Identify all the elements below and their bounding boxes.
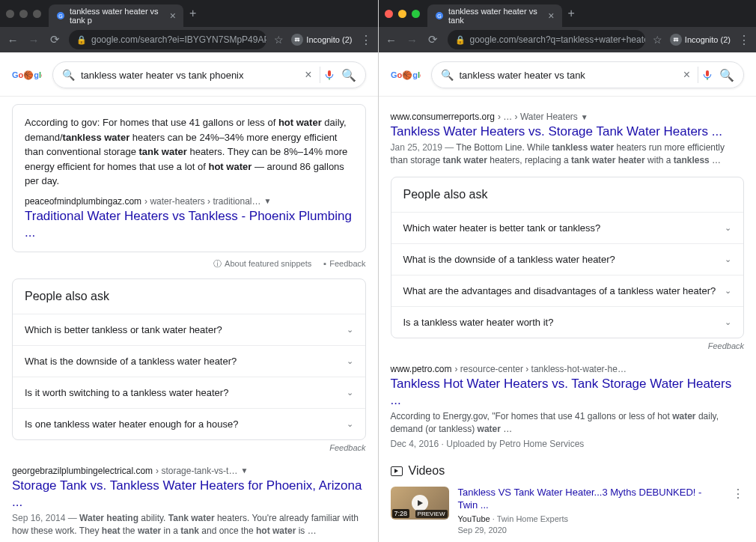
incognito-label: Incognito (2) (306, 35, 352, 44)
url-field[interactable]: 🔒 google.com/search?ei=IBYGYN7SMpP49APlg… (69, 30, 266, 49)
maximize-window-icon[interactable] (33, 10, 41, 18)
browser-menu-icon[interactable]: ⋮ (738, 33, 750, 47)
close-tab-icon[interactable]: × (548, 10, 554, 22)
result-cite: peaceofmindplumbingaz.com › water-heater… (25, 196, 353, 207)
paa-text: Is one tankless water heater enough for … (25, 418, 238, 430)
cite-chevron-icon[interactable]: ▼ (240, 466, 248, 475)
video-title[interactable]: Tankless VS Tank Water Heater...3 Myths … (458, 487, 724, 512)
cite-chevron-icon[interactable]: ▼ (263, 197, 271, 205)
chevron-down-icon: ⌄ (347, 419, 353, 429)
video-thumbnail[interactable]: 7:28PREVIEW (391, 487, 449, 520)
cite-chevron-icon[interactable]: ▼ (581, 113, 588, 121)
search-button[interactable]: 🔍 (719, 68, 734, 82)
result-cite: georgebrazilplumbingelectrical.com › sto… (12, 466, 366, 476)
lock-icon: 🔒 (455, 35, 466, 45)
chevron-down-icon: ⌄ (347, 325, 353, 335)
feedback-link[interactable]: Feedback (12, 443, 366, 452)
svg-point-3 (297, 39, 299, 41)
svg-text:Go🏀gle: Go🏀gle (12, 70, 42, 80)
reload-button[interactable]: ⟳ (427, 33, 440, 46)
cite-path: › resource-center › tankless-hot-water-h… (455, 364, 627, 374)
play-icon (412, 495, 428, 511)
traffic-lights (6, 10, 41, 18)
result-title[interactable]: Tankless Hot Water Heaters vs. Tank Stor… (391, 376, 745, 409)
back-button[interactable]: ← (6, 34, 19, 46)
svg-point-11 (676, 39, 678, 41)
paa-question[interactable]: Is one tankless water heater enough for … (13, 408, 365, 439)
bookmark-icon[interactable]: ☆ (274, 34, 284, 46)
svg-text:G: G (58, 13, 62, 19)
url-field[interactable]: 🔒 google.com/search?q=tankless+water+hea… (448, 30, 645, 49)
address-bar: ← → ⟳ 🔒 google.com/search?q=tankless+wat… (379, 27, 757, 52)
search-button[interactable]: 🔍 (341, 68, 356, 82)
paa-question[interactable]: Which water heater is better tank or tan… (391, 212, 744, 243)
google-logo[interactable]: Go🏀gle (391, 67, 421, 83)
search-icon: 🔍 (62, 69, 75, 81)
chevron-down-icon: ⌄ (725, 286, 731, 296)
cite-path: › water-heaters › traditional… (144, 196, 260, 207)
search-box[interactable]: 🔍 × 🔍 (52, 61, 366, 88)
incognito-icon (670, 34, 682, 46)
paa-text: What are the advantages and disadvantage… (403, 285, 716, 296)
mic-icon[interactable] (323, 69, 335, 81)
chevron-down-icon: ⌄ (347, 356, 353, 366)
videos-header: Videos (391, 464, 745, 478)
url-text: google.com/search?q=tankless+water+heate… (470, 34, 645, 45)
browser-menu-icon[interactable]: ⋮ (360, 33, 372, 47)
browser-tab[interactable]: G tankless water heater vs tank × (427, 4, 562, 27)
url-text: google.com/search?ei=IBYGYN7SMpP49APlgg3… (91, 34, 266, 45)
paa-question[interactable]: Is a tankless water heater worth it?⌄ (391, 306, 744, 338)
feedback-link[interactable]: ▪ Feedback (323, 259, 365, 268)
paa-question[interactable]: What is the downside of a tankless water… (13, 345, 365, 377)
paa-question[interactable]: What is the downside of a tankless water… (391, 243, 744, 275)
divider (320, 67, 320, 83)
paa-question[interactable]: What are the advantages and disadvantage… (391, 275, 744, 306)
paa-text: What is the downside of a tankless water… (25, 356, 237, 367)
google-logo[interactable]: Go🏀gle (12, 67, 42, 83)
result-meta: Dec 4, 2016 · Uploaded by Petro Home Ser… (391, 438, 745, 451)
close-window-icon[interactable] (6, 10, 14, 18)
people-also-ask: People also ask Which is better tankless… (12, 278, 366, 440)
reload-button[interactable]: ⟳ (48, 33, 61, 46)
paa-question[interactable]: Is it worth switching to a tankless wate… (13, 377, 365, 408)
lock-icon: 🔒 (76, 35, 87, 45)
paa-text: What is the downside of a tankless water… (403, 254, 615, 265)
search-result: www.petro.com › resource-center › tankle… (391, 364, 745, 451)
incognito-badge[interactable]: Incognito (2) (291, 34, 352, 46)
paa-header: People also ask (13, 279, 365, 314)
result-snippet: Jan 25, 2019 — The Bottom Line. While ta… (391, 141, 745, 168)
new-tab-button[interactable]: + (189, 7, 196, 20)
search-icon: 🔍 (441, 69, 454, 81)
feedback-link[interactable]: Feedback (391, 341, 745, 350)
mic-icon[interactable] (701, 69, 713, 81)
new-tab-button[interactable]: + (568, 7, 575, 20)
close-tab-icon[interactable]: × (170, 10, 176, 22)
search-result: georgebrazilplumbingelectrical.com › sto… (12, 466, 366, 538)
svg-rect-4 (295, 38, 300, 40)
minimize-window-icon[interactable] (19, 10, 28, 18)
minimize-window-icon[interactable] (398, 10, 406, 18)
back-button[interactable]: ← (385, 34, 398, 46)
paa-question[interactable]: Which is better tankless or tank water h… (13, 314, 365, 345)
close-window-icon[interactable] (385, 10, 393, 18)
browser-tab[interactable]: G tankless water heater vs tank p × (49, 4, 183, 27)
incognito-badge[interactable]: Incognito (2) (670, 34, 731, 46)
featured-title[interactable]: Traditional Water Heaters vs Tankless - … (25, 208, 353, 241)
clear-search-icon[interactable]: × (300, 68, 316, 82)
maximize-window-icon[interactable] (412, 10, 420, 18)
about-featured-link[interactable]: ⓘ About featured snippets (213, 258, 311, 270)
search-input[interactable] (81, 70, 300, 81)
cite-domain: georgebrazilplumbingelectrical.com (12, 466, 153, 476)
video-date: Sep 29, 2020 (458, 526, 724, 535)
cite-path: › … › Water Heaters (498, 112, 578, 122)
bookmark-icon[interactable]: ☆ (653, 34, 662, 46)
clear-search-icon[interactable]: × (679, 68, 695, 82)
search-input[interactable] (460, 70, 679, 81)
search-box[interactable]: 🔍 × 🔍 (431, 61, 745, 88)
address-bar: ← → ⟳ 🔒 google.com/search?ei=IBYGYN7SMpP… (0, 27, 378, 52)
video-menu-icon[interactable]: ⋮ (732, 487, 744, 501)
result-title[interactable]: Tankless Water Heaters vs. Storage Tank … (391, 124, 745, 140)
result-title[interactable]: Storage Tank vs. Tankless Water Heaters … (12, 478, 366, 511)
chevron-down-icon: ⌄ (347, 388, 353, 398)
featured-meta: ⓘ About featured snippets ▪ Feedback (12, 258, 366, 270)
